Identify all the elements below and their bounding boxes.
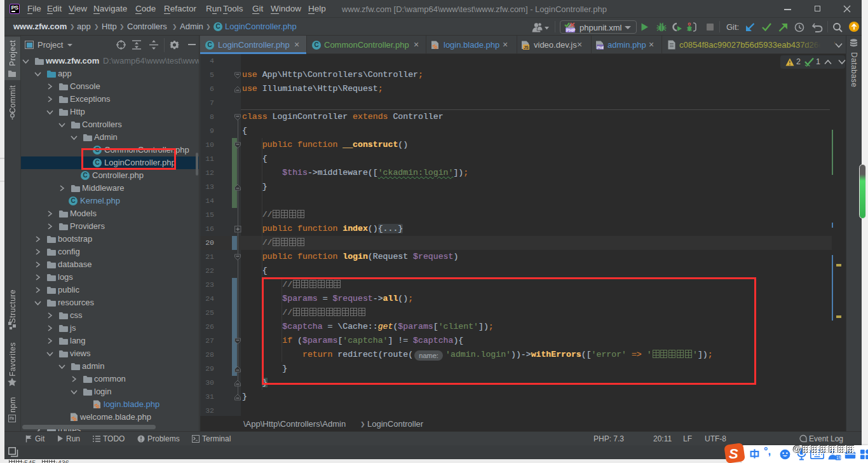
svg-text:19: 19 (836, 455, 841, 460)
svg-text:JS: JS (524, 45, 529, 50)
svg-text:PHP: PHP (597, 46, 604, 50)
svg-text:S: S (729, 446, 738, 462)
